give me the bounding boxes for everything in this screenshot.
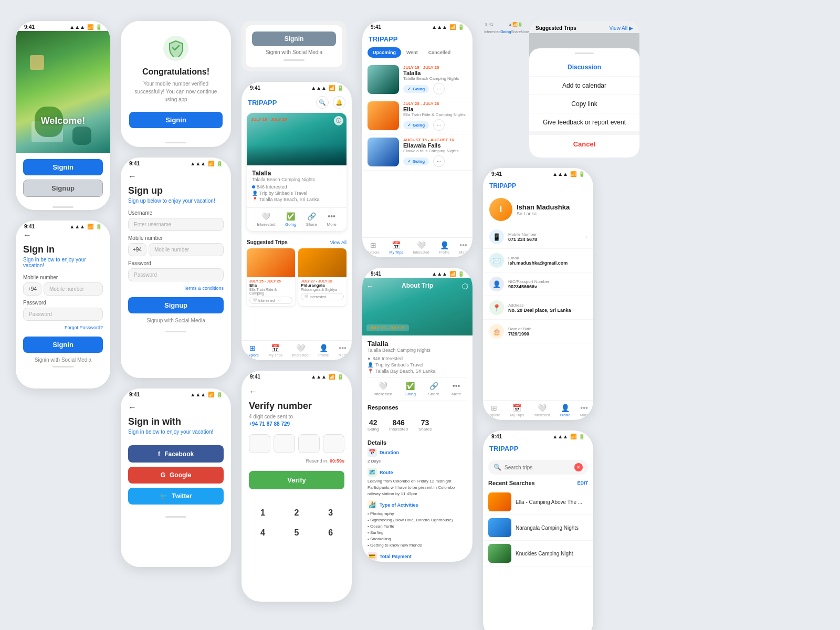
phone-upcoming: 9:41 ▲▲▲📶🔋 TRIPAPP Upcoming Went Cancell… [362,21,472,257]
nav-explore-upcoming[interactable]: ⊞ Explore [367,241,380,254]
nav-mytrips-profile[interactable]: 📅 My Trips [510,404,524,417]
wifi-icon: 📶 [87,24,93,30]
search-header: TRIPAPP [483,440,593,457]
action-cancel[interactable]: Cancel [529,132,639,153]
signup-country-code[interactable]: +94 [128,243,146,256]
modal-signin-button[interactable]: Signin [252,32,336,46]
action-discussion[interactable]: Discussion [529,58,639,77]
back-button-social[interactable]: ← [128,403,224,412]
time-about: 9:41 [371,271,381,277]
forgot-password-link[interactable]: Forgot Password? [23,325,103,330]
action-copy-link[interactable]: Copy link [529,95,639,113]
about-share-button[interactable]: ⬡ [462,282,468,290]
search-input[interactable] [505,465,571,470]
more-btn-talalla[interactable]: ··· [433,83,445,94]
nav-profile-profile[interactable]: 👤 Profile [560,404,570,417]
dob-icon: 🎂 [489,324,504,339]
nav-mytrips[interactable]: 📅 My Trips [269,344,282,357]
otp-box-4[interactable] [323,434,344,453]
recent-label: Recent Searches [488,480,535,486]
suggested-interested-pidu[interactable]: 🤍 Interested [301,293,344,300]
nav-interested-upcoming[interactable]: 🤍 Interested [413,241,429,254]
signin-button[interactable]: Signin [23,337,103,353]
view-all-strip[interactable]: View All ▶ [609,25,633,31]
going-btn-ella[interactable]: ✓ Going [403,121,429,129]
nav-more[interactable]: ••• More [339,344,347,357]
going-btn-talalla[interactable]: ✓ Going [403,85,429,93]
about-action-going[interactable]: ✅ Going [405,382,416,396]
mobile-arrow: › [585,234,587,240]
recent-item-knuckles[interactable]: Knuckles Camping Night [483,541,593,566]
action-add-calendar[interactable]: Add to calendar [529,77,639,95]
nav-more-profile[interactable]: ••• More [580,404,589,417]
trip-info-button[interactable]: ⓘ [334,116,343,125]
about-action-more[interactable]: ••• More [452,382,461,396]
action-going[interactable]: ✅ Going [285,212,296,227]
action-feedback[interactable]: Give feedback or report event [529,113,639,132]
signin-modal-container: Signin Signin with Social Media [242,21,346,71]
facebook-signin-button[interactable]: f Facebook [128,445,224,463]
numpad-4[interactable]: 4 [247,524,279,542]
recent-item-narangala[interactable]: Narangala Camping Nights [483,515,593,541]
mobile-input[interactable]: Mobile number [44,282,103,296]
numpad-5[interactable]: 5 [281,524,313,542]
back-button-signin[interactable]: ← [23,230,103,240]
numpad-1[interactable]: 1 [247,504,279,522]
nav-more-upcoming[interactable]: ••• More [459,241,468,254]
nav-mytrips-upcoming[interactable]: 📅 My Trips [390,241,403,254]
suggested-name-pidu: Pidurangala [301,283,344,288]
going-btn-ellawala[interactable]: ✓ Going [403,158,429,165]
bell-icon[interactable]: 🔔 [333,96,345,109]
nav-explore-profile[interactable]: ⊞ Explore [488,404,500,417]
back-button-signup[interactable]: ← [128,172,224,181]
otp-box-2[interactable] [274,434,295,453]
country-code[interactable]: +94 [23,282,41,296]
search-clear-button[interactable]: ✕ [574,463,583,471]
about-action-share[interactable]: 🔗 Share [428,382,439,396]
about-action-interested[interactable]: 🤍 Interested [374,382,393,396]
username-input[interactable]: Enter username [128,218,224,231]
recent-item-ella[interactable]: Ella - Camping Above The ... [483,489,593,515]
tab-cancelled[interactable]: Cancelled [423,47,456,58]
signup-button[interactable]: Signup [128,297,224,313]
more-btn-ella[interactable]: ··· [433,119,445,131]
otp-box-1[interactable] [249,434,270,453]
nav-profile-upcoming[interactable]: 👤 Profile [439,241,449,254]
google-signin-button[interactable]: G Google [128,467,224,484]
terms-link[interactable]: Terms & conditions [128,286,224,291]
search-icon[interactable]: 🔍 [316,96,329,109]
time-search: 9:41 [491,434,502,439]
password-input[interactable]: Password [23,308,103,321]
signup-password-input[interactable]: Password [128,268,224,281]
time-signin: 9:41 [24,224,35,229]
status-bar-signup: 9:41 ▲▲▲📶🔋 [121,158,231,167]
nav-explore[interactable]: ⊞ Explore [246,344,259,357]
action-share[interactable]: 🔗 Share [306,212,317,227]
tab-went[interactable]: Went [401,47,423,58]
back-button-verify[interactable]: ← [249,387,344,396]
suggested-interested-ella[interactable]: 🤍 Interested ··· [249,297,292,304]
more-btn-ellawala[interactable]: ··· [433,155,445,167]
congrats-signin-button[interactable]: Signin [129,112,223,128]
signup-mobile-input[interactable]: Mobile number [149,243,224,256]
numpad-6[interactable]: 6 [314,524,346,542]
nav-profile[interactable]: 👤 Profile [318,344,329,357]
route-icon: 🗺️ [368,468,377,477]
verify-button[interactable]: Verify [249,471,344,489]
nav-interested-profile[interactable]: 🤍 Interested [534,404,550,417]
otp-box-3[interactable] [298,434,320,453]
nav-interested[interactable]: 🤍 Interested [292,344,309,357]
recent-thumb-ella [488,492,511,511]
twitter-signin-button[interactable]: 🐦 Twitter [128,488,224,505]
search-bar[interactable]: 🔍 ✕ [488,460,588,475]
welcome-signin-button[interactable]: Signin [23,159,103,175]
action-interested[interactable]: 🤍 Interested [257,212,276,227]
action-more[interactable]: ••• More [327,212,337,227]
edit-button[interactable]: EDIT [577,480,588,486]
view-all-button[interactable]: View All [330,240,346,245]
interested-icon: 🤍 [296,344,305,352]
numpad-2[interactable]: 2 [281,504,313,522]
numpad-3[interactable]: 3 [314,504,346,522]
tab-upcoming[interactable]: Upcoming [368,47,401,58]
welcome-signup-button[interactable]: Signup [23,180,103,197]
